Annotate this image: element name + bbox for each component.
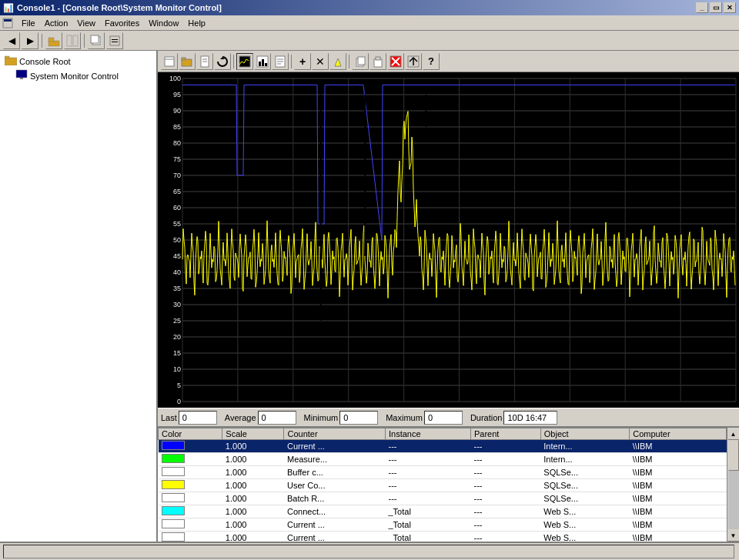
help-button[interactable]: ? bbox=[423, 53, 440, 70]
cell-instance: _Total bbox=[386, 532, 471, 542]
refresh-button[interactable] bbox=[214, 53, 231, 70]
cell-object: Web S... bbox=[540, 518, 629, 532]
table-body: 1.000Current ...------Intern...\\IBM1.00… bbox=[159, 440, 727, 542]
menu-view[interactable]: View bbox=[72, 17, 100, 29]
menu-window[interactable]: Window bbox=[144, 17, 183, 29]
app-menu-icon[interactable] bbox=[2, 17, 14, 29]
tree-console-root[interactable]: Console Root bbox=[3, 54, 153, 68]
cell-counter: Measure... bbox=[284, 453, 386, 466]
cell-computer: \\IBM bbox=[630, 479, 727, 492]
properties-button[interactable] bbox=[196, 53, 213, 70]
menu-help[interactable]: Help bbox=[183, 17, 210, 29]
close-button[interactable]: ✕ bbox=[724, 2, 736, 13]
cell-counter: Buffer c... bbox=[284, 466, 386, 479]
menu-bar: File Action View Favorites Window Help bbox=[0, 15, 739, 31]
histogram-button[interactable] bbox=[254, 53, 271, 70]
minimum-stat: Minimum 0 bbox=[304, 411, 379, 425]
scroll-down-arrow[interactable]: ▼ bbox=[727, 529, 740, 542]
col-object: Object bbox=[540, 428, 629, 440]
delete-counter-button[interactable]: ✕ bbox=[312, 53, 329, 70]
menu-action[interactable]: Action bbox=[40, 17, 73, 29]
cell-computer: \\IBM bbox=[630, 440, 727, 453]
cell-color bbox=[159, 440, 222, 453]
svg-rect-7 bbox=[91, 35, 99, 43]
window-controls[interactable]: _ ▭ ✕ bbox=[696, 2, 736, 13]
scroll-track[interactable] bbox=[728, 440, 739, 529]
restore-button[interactable]: ▭ bbox=[710, 2, 722, 13]
system-monitor-label: System Monitor Control bbox=[30, 72, 119, 81]
toolbar-sep-2 bbox=[84, 34, 85, 48]
cell-parent: --- bbox=[470, 518, 540, 532]
cell-scale: 1.000 bbox=[222, 440, 284, 453]
show-hide-button[interactable] bbox=[64, 32, 81, 49]
add-counter-button[interactable]: + bbox=[294, 53, 311, 70]
report-button[interactable] bbox=[272, 53, 289, 70]
copy-props-button[interactable] bbox=[352, 53, 369, 70]
toolbar-sep-1 bbox=[42, 34, 42, 48]
svg-rect-33 bbox=[358, 57, 365, 65]
title-text: Console1 - [Console Root\System Monitor … bbox=[17, 3, 222, 12]
update-data-button[interactable] bbox=[405, 53, 422, 70]
cell-object: Intern... bbox=[540, 453, 629, 466]
svg-rect-5 bbox=[73, 35, 78, 46]
cell-computer: \\IBM bbox=[630, 532, 727, 542]
last-label: Last bbox=[161, 413, 177, 422]
cell-color bbox=[159, 466, 222, 479]
highlight-button[interactable] bbox=[329, 53, 346, 70]
col-computer: Computer bbox=[630, 428, 727, 440]
cell-counter: Current ... bbox=[284, 518, 386, 532]
cell-instance: _Total bbox=[386, 505, 471, 518]
console-root-label: Console Root bbox=[19, 57, 71, 66]
scroll-up-arrow[interactable]: ▲ bbox=[727, 428, 740, 440]
table-row[interactable]: 1.000Current ..._Total---Web S...\\IBM bbox=[159, 532, 727, 542]
tree-system-monitor[interactable]: System Monitor Control bbox=[3, 68, 153, 83]
menu-favorites[interactable]: Favorites bbox=[100, 17, 144, 29]
table-row[interactable]: 1.000Buffer c...------SQLSe...\\IBM bbox=[159, 466, 727, 479]
new-perf-button[interactable] bbox=[161, 53, 178, 70]
maximum-stat: Maximum 0 bbox=[386, 411, 463, 425]
table-row[interactable]: 1.000User Co...------SQLSe...\\IBM bbox=[159, 479, 727, 492]
cell-instance: _Total bbox=[386, 518, 471, 532]
clear-display-button[interactable] bbox=[387, 53, 404, 70]
cell-counter: Batch R... bbox=[284, 492, 386, 505]
svg-rect-35 bbox=[376, 57, 380, 60]
maximum-value: 0 bbox=[424, 411, 463, 425]
table-scroll[interactable]: Color Scale Counter Instance Parent Obje… bbox=[158, 428, 727, 542]
minimize-button[interactable]: _ bbox=[696, 2, 708, 13]
cell-counter: Current ... bbox=[284, 532, 386, 542]
cell-color bbox=[159, 492, 222, 505]
table-row[interactable]: 1.000Current ..._Total---Web S...\\IBM bbox=[159, 518, 727, 532]
minimum-label: Minimum bbox=[304, 413, 339, 422]
perf-sep-1 bbox=[233, 55, 234, 68]
up-button[interactable] bbox=[45, 32, 62, 49]
folder-icon bbox=[5, 55, 17, 68]
cell-instance: --- bbox=[386, 492, 471, 505]
svg-rect-1 bbox=[4, 19, 12, 22]
table-row[interactable]: 1.000Connect..._Total---Web S...\\IBM bbox=[159, 505, 727, 518]
cell-color bbox=[159, 532, 222, 542]
paste-props-button[interactable] bbox=[370, 53, 386, 70]
graph-view-button[interactable] bbox=[236, 53, 253, 70]
table-row[interactable]: 1.000Batch R...------SQLSe...\\IBM bbox=[159, 492, 727, 505]
vertical-scrollbar[interactable]: ▲ ▼ bbox=[727, 428, 739, 542]
status-text bbox=[3, 545, 734, 558]
chart-container bbox=[158, 72, 739, 408]
maximum-label: Maximum bbox=[386, 413, 423, 422]
duration-label: Duration bbox=[470, 413, 503, 422]
main-toolbar: ◀ ▶ bbox=[0, 31, 739, 51]
cell-computer: \\IBM bbox=[630, 505, 727, 518]
back-button[interactable]: ◀ bbox=[3, 32, 20, 49]
svg-rect-9 bbox=[112, 39, 118, 40]
options-button[interactable] bbox=[106, 32, 123, 49]
perf-sep-3 bbox=[349, 55, 349, 68]
table-row[interactable]: 1.000Current ...------Intern...\\IBM bbox=[159, 440, 727, 453]
forward-button[interactable]: ▶ bbox=[22, 32, 38, 49]
table-row[interactable]: 1.000Measure...------Intern...\\IBM bbox=[159, 453, 727, 466]
new-window-button[interactable] bbox=[88, 32, 105, 49]
scroll-thumb[interactable] bbox=[728, 440, 739, 471]
cell-object: Web S... bbox=[540, 505, 629, 518]
average-stat: Average 0 bbox=[225, 411, 296, 425]
menu-file[interactable]: File bbox=[17, 17, 40, 29]
open-perf-button[interactable] bbox=[179, 53, 196, 70]
right-panel: + ✕ ? bbox=[158, 51, 739, 542]
